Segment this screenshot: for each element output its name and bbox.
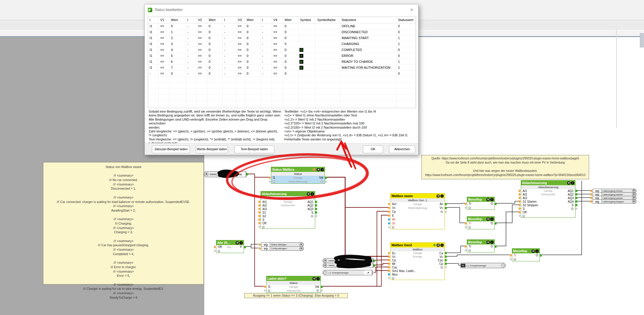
table-cell[interactable]: 0 bbox=[245, 23, 261, 29]
block-wallbox-gen2[interactable]: Wallbox Gen2 ✚ ⚙ i Wallbox EcGarageCaVcE… bbox=[390, 242, 445, 280]
ok-button[interactable]: OK bbox=[363, 145, 383, 153]
table-cell[interactable]: - bbox=[223, 71, 236, 77]
output-ref-vq[interactable]: VQConfig abfragen⚙ bbox=[261, 246, 304, 251]
info-icon[interactable]: i bbox=[321, 168, 324, 171]
ref-energiemanager-left[interactable]: i L1: Energiemanager ↗ bbox=[323, 270, 372, 275]
table-cell[interactable]: 0 bbox=[396, 53, 416, 59]
gear-icon[interactable]: ⚙ bbox=[486, 241, 490, 244]
add-port-badge[interactable]: + bbox=[321, 180, 323, 183]
block-alle-20[interactable]: Alle 20... ⚙ i OffImp...P+ bbox=[216, 240, 244, 253]
table-cell[interactable]: == bbox=[272, 41, 283, 47]
table-cell[interactable]: 0 bbox=[396, 47, 416, 53]
table-cell[interactable]: 0 bbox=[245, 29, 261, 35]
table-cell[interactable]: - bbox=[261, 35, 272, 41]
info-icon[interactable]: i bbox=[571, 181, 574, 185]
info-icon[interactable]: i bbox=[490, 241, 494, 244]
column-header[interactable]: Statuswert bbox=[396, 17, 416, 23]
symbol-cell[interactable] bbox=[299, 35, 316, 41]
table-cell[interactable]: 0 bbox=[396, 23, 416, 29]
table-cell[interactable]: 0 bbox=[283, 23, 299, 29]
table-cell[interactable]: 0 bbox=[207, 59, 223, 65]
table-cell[interactable]: I1 bbox=[148, 65, 159, 71]
add-port-badge[interactable]: + bbox=[316, 289, 319, 292]
table-cell[interactable]: 0 bbox=[245, 65, 261, 71]
table-cell[interactable]: 3 bbox=[169, 41, 186, 47]
add-output-connector[interactable] bbox=[445, 211, 447, 213]
block-laden-aktiv[interactable]: Laden aktiv? ⚙ i Status I1GarageVal+Verb… bbox=[266, 276, 321, 293]
table-cell[interactable]: - bbox=[186, 65, 196, 71]
column-header[interactable]: V4 bbox=[272, 17, 283, 23]
output-connector[interactable] bbox=[495, 203, 497, 205]
table-cell[interactable]: ERROR bbox=[340, 53, 396, 59]
info-icon[interactable]: i bbox=[323, 271, 327, 274]
column-header[interactable]: I bbox=[223, 17, 236, 23]
close-icon[interactable]: ✕ bbox=[409, 7, 415, 13]
block-monoflop-2[interactable]: Monoflop⚙iTrO+ bbox=[467, 216, 495, 229]
table-cell[interactable]: - bbox=[223, 29, 236, 35]
table-cell[interactable]: == bbox=[272, 65, 283, 71]
gear-icon[interactable]: ⚙ bbox=[532, 250, 535, 253]
info-icon[interactable]: i bbox=[501, 264, 505, 267]
add-port-badge[interactable]: + bbox=[513, 258, 516, 261]
table-cell[interactable] bbox=[316, 59, 340, 65]
table-cell[interactable] bbox=[316, 29, 340, 35]
table-cell[interactable]: 0 bbox=[283, 35, 299, 41]
gear-icon[interactable]: ⚙ bbox=[205, 172, 208, 176]
table-cell[interactable]: COMPLETED bbox=[340, 47, 396, 53]
add-port-badge[interactable]: + bbox=[440, 210, 443, 213]
table-cell[interactable]: == bbox=[196, 41, 207, 47]
table-cell[interactable]: - bbox=[261, 53, 272, 59]
table-cell[interactable]: == bbox=[159, 41, 169, 47]
table-cell[interactable]: - bbox=[186, 53, 196, 59]
table-cell[interactable]: - bbox=[261, 65, 272, 71]
table-cell[interactable]: == bbox=[196, 59, 207, 65]
symbol-cell[interactable] bbox=[299, 23, 316, 29]
table-cell[interactable] bbox=[340, 71, 396, 77]
table-cell[interactable]: 1 bbox=[396, 65, 416, 71]
table-cell[interactable]: 0 bbox=[283, 59, 299, 65]
table-cell[interactable]: 0 bbox=[283, 29, 299, 35]
table-cell[interactable]: == bbox=[159, 59, 169, 65]
info-icon[interactable]: i bbox=[440, 244, 444, 247]
table-cell[interactable]: 0 bbox=[245, 41, 261, 47]
table-cell[interactable]: OFFLINE bbox=[340, 23, 396, 29]
table-cell[interactable]: - bbox=[186, 29, 196, 35]
output-connector[interactable] bbox=[325, 177, 327, 179]
table-cell[interactable]: == bbox=[159, 47, 169, 53]
table-cell[interactable]: == bbox=[272, 23, 283, 29]
table-cell[interactable]: 0 bbox=[207, 47, 223, 53]
add-port-badge[interactable]: + bbox=[218, 250, 220, 252]
gear-icon[interactable]: ⚙ bbox=[437, 244, 440, 247]
table-cell[interactable]: == bbox=[272, 35, 283, 41]
output-connector[interactable] bbox=[321, 286, 323, 288]
add-port-badge[interactable]: + bbox=[468, 226, 471, 229]
gear-icon[interactable]: ⚙ bbox=[299, 243, 303, 247]
gear-icon[interactable]: ⚙ bbox=[317, 168, 320, 171]
gear-icon[interactable]: ⚙ bbox=[323, 264, 327, 267]
table-cell[interactable]: == bbox=[196, 29, 207, 35]
table-cell[interactable]: - bbox=[261, 59, 272, 65]
input-ref-easee-vi-2[interactable]: ⚙ easee_ VI bbox=[323, 258, 373, 263]
output-connector[interactable] bbox=[244, 246, 246, 248]
gear-icon[interactable]: ⚙ bbox=[486, 218, 490, 221]
column-header[interactable]: Wert bbox=[207, 17, 223, 23]
output-connector[interactable] bbox=[373, 264, 375, 267]
table-cell[interactable]: == bbox=[159, 53, 169, 59]
block-monoflop-3[interactable]: Monoflop⚙iTrO+ bbox=[467, 239, 495, 252]
crosshair-icon[interactable]: ✚ bbox=[433, 244, 436, 247]
table-cell[interactable]: == bbox=[159, 29, 169, 35]
table-cell[interactable]: == bbox=[236, 41, 245, 47]
info-icon[interactable]: i bbox=[440, 194, 444, 198]
table-cell[interactable]: WAITING FOR AUTHORIZATION bbox=[340, 65, 396, 71]
table-cell[interactable]: 0 bbox=[245, 53, 261, 59]
column-header[interactable]: V3 bbox=[236, 17, 245, 23]
info-icon[interactable]: i bbox=[535, 250, 539, 253]
column-header[interactable]: Wert bbox=[169, 17, 186, 23]
table-cell[interactable]: - bbox=[223, 65, 236, 71]
scrollbar-thumb[interactable] bbox=[640, 33, 644, 47]
add-port-badge[interactable]: + bbox=[392, 277, 394, 280]
abbrechen-button[interactable]: Abbrechen bbox=[389, 145, 415, 153]
info-icon[interactable]: i bbox=[490, 218, 494, 221]
table-cell[interactable]: 1 bbox=[396, 59, 416, 65]
table-cell[interactable]: - bbox=[148, 71, 159, 77]
